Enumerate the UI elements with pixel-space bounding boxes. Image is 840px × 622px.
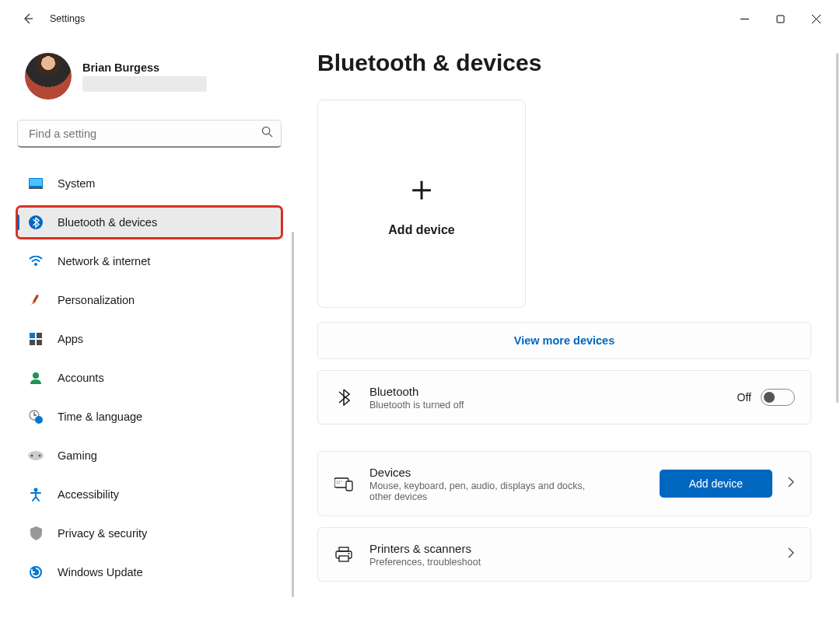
svg-point-16 xyxy=(31,455,33,457)
bluetooth-row-text: Bluetooth Bluetooth is turned off xyxy=(369,385,722,411)
apps-icon xyxy=(28,331,44,347)
maximize-icon xyxy=(776,15,785,23)
bluetooth-toggle-label: Off xyxy=(737,391,751,404)
bluetooth-row-icon xyxy=(334,389,354,406)
svg-point-26 xyxy=(338,483,339,484)
printers-row-icon xyxy=(334,547,354,562)
sidebar-item-personalization[interactable]: Personalization xyxy=(17,285,282,316)
sidebar-item-gaming[interactable]: Gaming xyxy=(17,440,282,471)
sidebar-item-accounts[interactable]: Accounts xyxy=(17,362,282,393)
bluetooth-row-sub: Bluetooth is turned off xyxy=(369,400,722,411)
svg-point-17 xyxy=(39,455,41,457)
svg-rect-10 xyxy=(30,340,35,345)
wifi-icon xyxy=(28,253,44,269)
add-device-tile-label: Add device xyxy=(388,223,454,237)
close-button[interactable] xyxy=(798,6,834,31)
svg-point-25 xyxy=(337,483,338,484)
system-icon xyxy=(28,176,44,191)
sidebar-item-label: Apps xyxy=(58,333,83,345)
sidebar-item-privacy-security[interactable]: Privacy & security xyxy=(17,518,282,549)
main-scrollbar[interactable] xyxy=(836,53,838,403)
devices-row[interactable]: Devices Mouse, keyboard, pen, audio, dis… xyxy=(317,451,811,516)
svg-point-30 xyxy=(348,553,350,554)
devices-row-title: Devices xyxy=(369,466,644,479)
person-icon xyxy=(28,370,44,386)
page-title: Bluetooth & devices xyxy=(317,50,817,76)
plus-icon: ＋ xyxy=(404,170,439,206)
profile[interactable]: Brian Burgess xyxy=(17,53,285,100)
svg-rect-8 xyxy=(30,333,35,338)
sidebar: Brian Burgess System Bluetooth & devices… xyxy=(0,37,294,622)
close-icon xyxy=(812,15,821,23)
bluetooth-toggle[interactable] xyxy=(761,389,795,406)
sidebar-item-label: Windows Update xyxy=(58,566,143,578)
back-button[interactable] xyxy=(12,3,44,34)
view-more-devices-link[interactable]: View more devices xyxy=(317,322,811,359)
sidebar-item-accessibility[interactable]: Accessibility xyxy=(17,479,282,510)
svg-rect-11 xyxy=(37,340,42,345)
bluetooth-row-title: Bluetooth xyxy=(369,385,722,398)
sidebar-item-label: Personalization xyxy=(58,294,135,306)
svg-rect-3 xyxy=(30,179,42,186)
add-device-tile[interactable]: ＋ Add device xyxy=(317,100,526,308)
minimize-button[interactable] xyxy=(726,6,762,31)
search-box[interactable] xyxy=(17,120,282,148)
svg-point-14 xyxy=(35,416,43,424)
sidebar-item-label: Gaming xyxy=(58,449,97,462)
svg-point-15 xyxy=(28,451,44,460)
sidebar-item-apps[interactable]: Apps xyxy=(17,323,282,355)
svg-point-1 xyxy=(262,127,269,134)
sidebar-item-time-language[interactable]: Time & language xyxy=(17,401,282,432)
svg-point-6 xyxy=(34,263,37,266)
avatar xyxy=(25,53,72,100)
svg-rect-27 xyxy=(339,547,348,551)
main-content: Bluetooth & devices ＋ Add device View mo… xyxy=(294,37,840,622)
app-title: Settings xyxy=(50,13,85,24)
sidebar-item-network[interactable]: Network & internet xyxy=(17,246,282,277)
svg-point-24 xyxy=(341,480,341,481)
svg-rect-4 xyxy=(29,187,43,189)
sidebar-item-bluetooth-devices[interactable]: Bluetooth & devices xyxy=(17,207,282,238)
svg-rect-0 xyxy=(777,16,784,23)
svg-rect-21 xyxy=(346,481,352,491)
gamepad-icon xyxy=(28,448,44,463)
sidebar-item-label: Bluetooth & devices xyxy=(58,216,157,229)
search-input[interactable] xyxy=(29,128,261,140)
arrow-left-icon xyxy=(22,12,34,25)
minimize-icon xyxy=(740,15,749,23)
window-controls xyxy=(726,6,834,31)
sidebar-item-system[interactable]: System xyxy=(17,168,282,199)
update-icon xyxy=(28,564,44,580)
svg-point-18 xyxy=(34,488,38,492)
devices-row-icon xyxy=(334,476,354,491)
view-more-label: View more devices xyxy=(514,334,615,347)
bluetooth-toggle-wrap: Off xyxy=(737,389,795,406)
printers-row-sub: Preferences, troubleshoot xyxy=(369,557,772,568)
sidebar-item-label: Network & internet xyxy=(58,255,150,267)
user-sub xyxy=(82,76,207,92)
user-name: Brian Burgess xyxy=(82,61,207,74)
title-bar: Settings xyxy=(0,0,840,37)
sidebar-item-label: Accounts xyxy=(58,372,104,384)
svg-rect-7 xyxy=(33,295,39,302)
printers-row[interactable]: Printers & scanners Preferences, trouble… xyxy=(317,527,811,582)
sidebar-item-label: System xyxy=(58,177,95,190)
sidebar-item-label: Accessibility xyxy=(58,488,119,501)
paintbrush-icon xyxy=(28,292,44,308)
printers-row-title: Printers & scanners xyxy=(369,542,772,555)
sidebar-item-windows-update[interactable]: Windows Update xyxy=(17,557,282,588)
add-device-button[interactable]: Add device xyxy=(660,470,772,498)
chevron-right-icon xyxy=(788,477,795,491)
sidebar-item-label: Privacy & security xyxy=(58,527,147,540)
bluetooth-row[interactable]: Bluetooth Bluetooth is turned off Off xyxy=(317,370,811,425)
accessibility-icon xyxy=(28,487,44,502)
chevron-right-icon xyxy=(788,547,795,561)
devices-row-text: Devices Mouse, keyboard, pen, audio, dis… xyxy=(369,466,644,502)
maximize-button[interactable] xyxy=(762,6,798,31)
svg-rect-29 xyxy=(339,556,348,561)
profile-text: Brian Burgess xyxy=(82,61,207,92)
nav-list: System Bluetooth & devices Network & int… xyxy=(17,168,285,588)
search-icon xyxy=(261,126,273,141)
svg-rect-9 xyxy=(37,333,42,338)
clock-globe-icon xyxy=(28,409,44,425)
